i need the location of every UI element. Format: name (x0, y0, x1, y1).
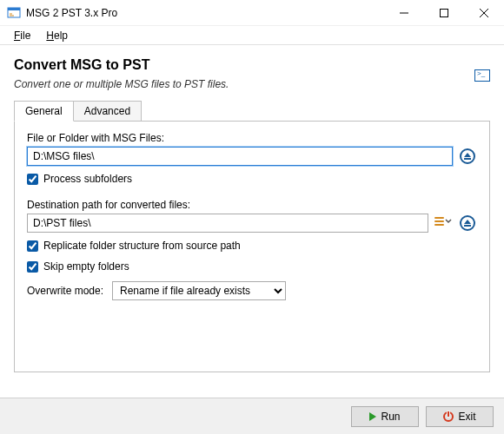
console-icon[interactable] (474, 69, 490, 82)
close-button[interactable] (464, 0, 504, 26)
titlebar: MSG 2 PST 3.x Pro (0, 0, 504, 26)
svg-rect-1 (8, 8, 20, 10)
run-button[interactable]: Run (351, 406, 419, 427)
content-area: Convert MSG to PST Convert one or multip… (0, 45, 504, 381)
menu-file[interactable]: File (7, 28, 37, 43)
browse-source-button[interactable] (458, 147, 477, 166)
replicate-structure-label: Replicate folder structure from source p… (43, 240, 241, 252)
eject-icon (460, 215, 475, 231)
dest-options-button[interactable] (434, 214, 453, 233)
page-subtitle: Convert one or multiple MSG files to PST… (14, 78, 474, 90)
overwrite-select[interactable]: Rename if file already exists (112, 281, 286, 300)
eject-icon (460, 148, 475, 164)
dest-path-input[interactable] (27, 214, 428, 233)
browse-dest-button[interactable] (458, 214, 477, 233)
tabs: General Advanced (14, 101, 490, 122)
replicate-structure-row[interactable]: Replicate folder structure from source p… (27, 240, 477, 252)
skip-empty-checkbox[interactable] (27, 261, 38, 273)
process-subfolders-checkbox[interactable] (27, 174, 38, 185)
svg-rect-3 (441, 9, 448, 16)
exit-button-label: Exit (458, 411, 475, 423)
exit-button[interactable]: Exit (426, 406, 494, 427)
page-title: Convert MSG to PST (14, 57, 474, 73)
process-subfolders-row[interactable]: Process subfolders (27, 173, 477, 185)
overwrite-row: Overwrite mode: Rename if file already e… (27, 281, 477, 300)
tab-advanced[interactable]: Advanced (74, 101, 142, 122)
window-title: MSG 2 PST 3.x Pro (26, 7, 384, 19)
menubar: File Help (0, 26, 504, 45)
footer: Run Exit (0, 398, 504, 434)
process-subfolders-label: Process subfolders (43, 173, 132, 185)
source-label: File or Folder with MSG Files: (27, 132, 477, 144)
app-icon (7, 6, 21, 20)
run-button-label: Run (381, 411, 400, 423)
play-icon (369, 412, 376, 421)
tab-general[interactable]: General (14, 101, 74, 122)
maximize-button[interactable] (424, 0, 464, 26)
minimize-button[interactable] (384, 0, 424, 26)
source-path-input[interactable] (27, 147, 453, 166)
skip-empty-row[interactable]: Skip empty folders (27, 260, 477, 273)
replicate-structure-checkbox[interactable] (27, 240, 38, 252)
tab-panel-general: File or Folder with MSG Files: Process s… (14, 121, 490, 372)
menu-help[interactable]: Help (39, 28, 75, 43)
overwrite-label: Overwrite mode: (27, 285, 103, 297)
power-icon (443, 411, 454, 422)
dest-label: Destination path for converted files: (27, 199, 477, 211)
skip-empty-label: Skip empty folders (43, 260, 129, 273)
window-controls (384, 0, 504, 26)
